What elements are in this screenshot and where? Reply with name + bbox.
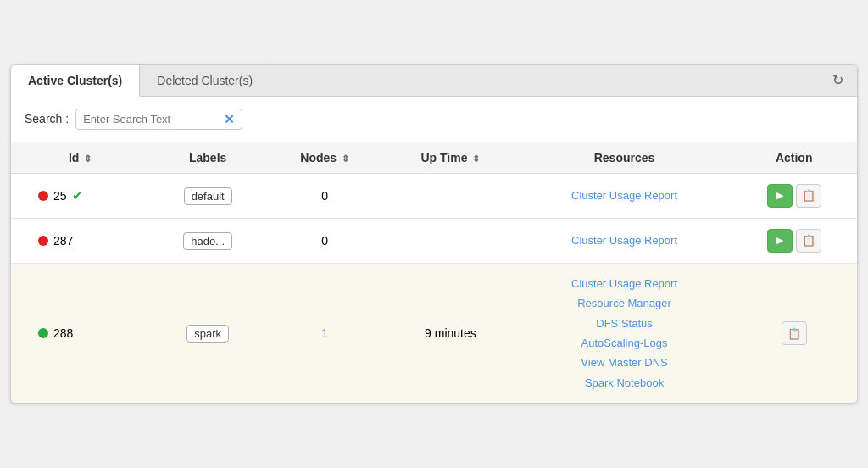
nodes-link[interactable]: 1 xyxy=(321,326,328,340)
table-row: 287hado...0Cluster Usage Report▶📋 xyxy=(11,218,857,263)
status-dot xyxy=(38,328,48,338)
search-input[interactable] xyxy=(83,113,219,125)
main-container: Active Cluster(s) Deleted Cluster(s) ↻ S… xyxy=(10,64,858,404)
cell-resources: Cluster Usage ReportResource ManagerDFS … xyxy=(518,263,732,403)
logs-button[interactable]: 📋 xyxy=(796,229,821,253)
tab-bar: Active Cluster(s) Deleted Cluster(s) ↻ xyxy=(11,65,857,97)
col-header-labels: Labels xyxy=(149,142,266,173)
search-label: Search : xyxy=(25,112,69,125)
cell-nodes: 0 xyxy=(266,218,383,263)
col-header-id[interactable]: Id ⇕ xyxy=(11,142,149,173)
col-header-uptime[interactable]: Up Time ⇕ xyxy=(383,142,518,173)
cluster-id: 25 xyxy=(53,189,67,203)
sort-arrow-uptime: ⇕ xyxy=(472,153,480,164)
label-badge[interactable]: hado... xyxy=(183,232,232,250)
search-input-wrap: ✕ xyxy=(75,109,242,130)
refresh-button[interactable]: ↻ xyxy=(822,65,854,95)
status-dot xyxy=(38,236,48,246)
search-bar: Search : ✕ xyxy=(11,97,857,142)
logs-button[interactable]: 📋 xyxy=(796,184,821,208)
col-header-nodes[interactable]: Nodes ⇕ xyxy=(266,142,383,173)
cell-labels: default xyxy=(149,173,266,218)
label-badge[interactable]: default xyxy=(184,187,232,205)
table-row: 288spark19 minutesCluster Usage ReportRe… xyxy=(11,263,857,403)
resource-link[interactable]: View Master DNS xyxy=(528,353,721,372)
play-button[interactable]: ▶ xyxy=(767,184,793,208)
cluster-id: 287 xyxy=(53,234,73,248)
resource-link[interactable]: Cluster Usage Report xyxy=(528,186,721,205)
status-dot xyxy=(38,191,48,201)
cell-id: 288 xyxy=(11,263,149,403)
cell-uptime: 9 minutes xyxy=(383,263,518,403)
resource-link[interactable]: Cluster Usage Report xyxy=(528,274,721,293)
logs-button[interactable]: 📋 xyxy=(782,321,807,345)
clusters-table: Id ⇕ Labels Nodes ⇕ Up Time ⇕ Resources xyxy=(11,142,857,403)
cell-nodes: 0 xyxy=(266,173,383,218)
cell-uptime xyxy=(383,218,518,263)
sort-arrow-nodes: ⇕ xyxy=(342,153,349,164)
tab-deleted-clusters[interactable]: Deleted Cluster(s) xyxy=(140,65,270,96)
resource-link[interactable]: Cluster Usage Report xyxy=(528,231,721,250)
resource-link[interactable]: Spark Notebook xyxy=(528,373,721,393)
col-header-resources: Resources xyxy=(518,142,732,173)
label-badge[interactable]: spark xyxy=(186,325,229,343)
cell-action: 📋 xyxy=(731,263,857,403)
play-button[interactable]: ▶ xyxy=(767,229,793,253)
cell-resources: Cluster Usage Report xyxy=(518,218,732,263)
cell-action: ▶📋 xyxy=(731,173,857,218)
table-row: 25✔default0Cluster Usage Report▶📋 xyxy=(11,173,857,218)
resource-link[interactable]: AutoScaling-Logs xyxy=(528,333,721,353)
cell-labels: spark xyxy=(149,263,266,403)
verified-icon: ✔ xyxy=(72,188,83,203)
resource-link[interactable]: DFS Status xyxy=(528,314,721,333)
cell-id: 25✔ xyxy=(11,173,149,218)
col-header-action: Action xyxy=(731,142,857,173)
tab-active-clusters[interactable]: Active Cluster(s) xyxy=(11,65,140,97)
cell-id: 287 xyxy=(11,218,149,263)
cell-nodes: 1 xyxy=(266,263,383,403)
clear-search-button[interactable]: ✕ xyxy=(224,113,235,125)
cell-resources: Cluster Usage Report xyxy=(518,173,732,218)
cell-uptime xyxy=(383,173,518,218)
cell-labels: hado... xyxy=(149,218,266,263)
cell-action: ▶📋 xyxy=(731,218,857,263)
cluster-id: 288 xyxy=(53,326,73,340)
resource-link[interactable]: Resource Manager xyxy=(528,293,721,313)
sort-arrow-id: ⇕ xyxy=(84,153,92,164)
